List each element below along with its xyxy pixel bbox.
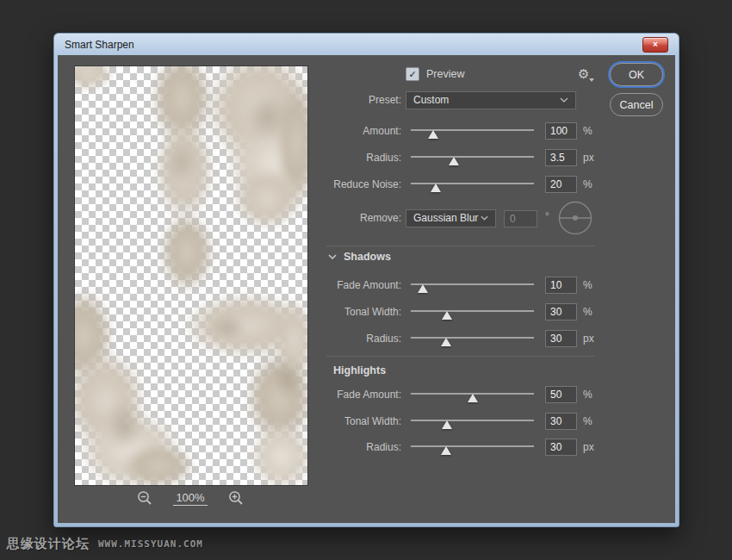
slider-track — [411, 337, 534, 339]
highlights-radius-unit: px — [583, 441, 594, 453]
slider-track — [411, 420, 534, 421]
angle-dial[interactable] — [558, 201, 592, 235]
highlights-header-label: Highlights — [333, 364, 386, 376]
shadows-tonal-label: Tonal Width: — [328, 306, 401, 318]
fur-blob — [74, 65, 114, 90]
slider-thumb[interactable] — [428, 130, 438, 139]
slider-thumb[interactable] — [441, 446, 451, 455]
cancel-button[interactable]: Cancel — [610, 93, 663, 116]
shadows-radius-input[interactable] — [545, 330, 577, 347]
slider-thumb[interactable] — [442, 311, 452, 320]
shadows-fade-input[interactable] — [545, 277, 577, 294]
remove-dropdown[interactable]: Gaussian Blur — [406, 209, 496, 227]
fur-blob — [159, 211, 214, 293]
shadows-radius-slider[interactable] — [411, 329, 534, 348]
slider-thumb[interactable] — [468, 394, 478, 402]
dialog-title: Smart Sharpen — [65, 39, 134, 51]
slider-thumb[interactable] — [431, 184, 441, 192]
preview-checkbox[interactable]: ✓ Preview — [406, 67, 464, 81]
preset-row: Preset: Custom — [328, 90, 595, 109]
fur-shadow-blob — [266, 349, 308, 409]
check-icon: ✓ — [408, 70, 416, 79]
highlights-tonal-slider[interactable] — [411, 412, 534, 431]
dialog-titlebar[interactable]: Smart Sharpen × — [54, 34, 679, 55]
dialog-body: 100% ✓ Preview ⚙ OK Cancel — [58, 55, 675, 523]
reduce-noise-label: Reduce Noise: — [328, 178, 401, 190]
preview-checkbox-label: Preview — [426, 68, 464, 80]
zoom-level[interactable]: 100% — [173, 491, 207, 506]
highlights-fade-unit: % — [583, 389, 592, 401]
amount-input[interactable] — [545, 122, 577, 140]
amount-label: Amount: — [328, 125, 401, 137]
shadows-radius-row: Radius: px — [328, 329, 595, 348]
remove-value: Gaussian Blur — [413, 212, 478, 224]
fur-blob — [249, 422, 308, 486]
highlights-tonal-input[interactable] — [545, 413, 577, 430]
radius-input[interactable] — [545, 149, 577, 166]
preset-value: Custom — [413, 94, 449, 106]
gear-icon: ⚙ — [578, 66, 589, 81]
slider-thumb[interactable] — [418, 284, 428, 293]
radius-row: Radius: px — [328, 148, 595, 167]
watermark: 思缘设计论坛 WWW.MISSYUAN.COM — [7, 536, 203, 552]
shadows-tonal-row: Tonal Width: % — [328, 302, 595, 321]
highlights-radius-slider[interactable] — [411, 438, 534, 457]
fur-shadow-blob — [237, 82, 297, 151]
close-icon: × — [653, 40, 658, 49]
amount-slider[interactable] — [411, 121, 534, 140]
highlights-fade-input[interactable] — [545, 386, 577, 403]
ok-button-label: OK — [629, 69, 644, 81]
fur-shadow-blob — [202, 310, 254, 345]
degree-symbol: ° — [545, 210, 549, 222]
checkbox-box[interactable]: ✓ — [406, 67, 419, 81]
shadows-radius-unit: px — [583, 333, 594, 345]
close-button[interactable]: × — [642, 37, 668, 53]
shadows-fade-label: Fade Amount: — [328, 279, 401, 291]
preset-dropdown[interactable]: Custom — [406, 91, 576, 109]
highlights-fade-label: Fade Amount: — [328, 389, 401, 401]
zoom-in-icon[interactable] — [228, 490, 244, 506]
shadows-tonal-input[interactable] — [545, 303, 577, 320]
preview-image-content — [75, 66, 307, 485]
zoom-out-icon[interactable] — [137, 490, 152, 506]
preset-label: Preset: — [328, 94, 401, 106]
shadows-fade-slider[interactable] — [411, 276, 534, 295]
settings-menu-button[interactable]: ⚙ — [576, 65, 591, 82]
image-preview[interactable] — [74, 65, 308, 486]
cancel-button-label: Cancel — [620, 99, 654, 111]
fur-blob — [233, 168, 301, 230]
highlights-radius-label: Radius: — [328, 441, 401, 453]
fur-shadow-blob — [99, 392, 151, 461]
ok-button[interactable]: OK — [610, 63, 663, 86]
highlights-radius-input[interactable] — [545, 439, 577, 456]
amount-unit: % — [583, 125, 592, 137]
radius-slider[interactable] — [411, 148, 534, 167]
chevron-down-icon — [481, 215, 488, 221]
shadows-section-header[interactable]: Shadows — [328, 251, 391, 263]
highlights-tonal-unit: % — [583, 415, 592, 427]
reduce-noise-input[interactable] — [545, 176, 577, 193]
slider-thumb[interactable] — [449, 157, 459, 165]
preview-zoom-bar: 100% — [74, 488, 307, 508]
slider-thumb[interactable] — [442, 420, 452, 429]
highlights-tonal-label: Tonal Width: — [328, 415, 401, 427]
menu-caret-icon — [589, 78, 594, 82]
section-divider — [326, 356, 595, 357]
shadows-tonal-slider[interactable] — [411, 302, 534, 321]
fur-shadow-blob — [161, 134, 204, 194]
chevron-down-icon — [560, 97, 568, 103]
shadows-fade-unit: % — [583, 279, 592, 291]
highlights-tonal-row: Tonal Width: % — [328, 412, 595, 431]
slider-thumb[interactable] — [441, 338, 451, 346]
section-divider — [326, 246, 595, 246]
shadows-radius-label: Radius: — [328, 333, 401, 345]
watermark-site-url: WWW.MISSYUAN.COM — [98, 538, 203, 550]
radius-label: Radius: — [328, 152, 401, 164]
highlights-fade-slider[interactable] — [411, 385, 534, 404]
remove-row: Remove: Gaussian Blur — [328, 208, 595, 227]
shadows-header-label: Shadows — [344, 251, 391, 263]
reduce-noise-unit: % — [583, 178, 592, 190]
reduce-noise-slider[interactable] — [411, 175, 534, 194]
highlights-section-header[interactable]: Highlights — [333, 364, 386, 376]
angle-input[interactable] — [504, 210, 537, 227]
